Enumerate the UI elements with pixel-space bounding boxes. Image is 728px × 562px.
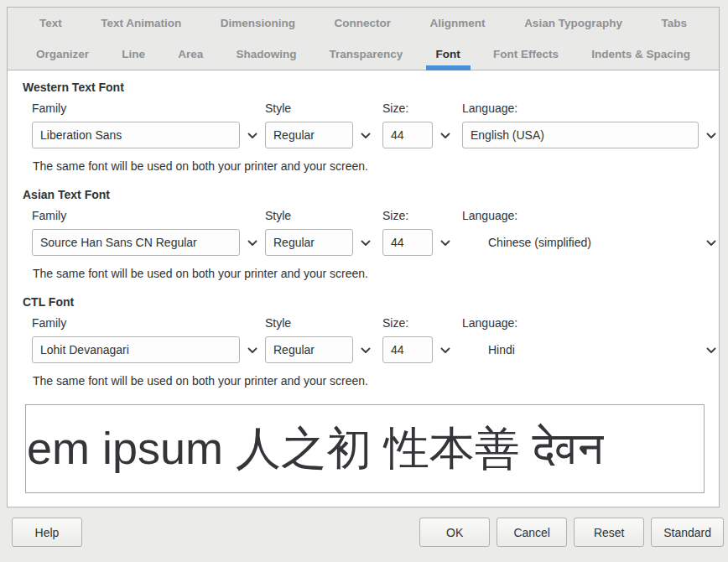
cancel-button[interactable]: Cancel bbox=[497, 518, 567, 547]
tab-shadowing[interactable]: Shadowing bbox=[226, 39, 306, 70]
ctl-style-combo: Regular bbox=[265, 336, 378, 363]
chevron-down-icon bbox=[247, 128, 257, 142]
asian-language-combo: Chinese (simplified) bbox=[462, 229, 724, 256]
family-label: Family bbox=[32, 316, 265, 330]
tab-asian-typography[interactable]: Asian Typography bbox=[514, 8, 632, 39]
asian-font-section: Asian Text Font Family Source Han Sans C… bbox=[8, 188, 719, 280]
section-title: Western Text Font bbox=[23, 81, 719, 94]
ctl-language-group: Language: Hindi bbox=[462, 316, 724, 363]
dialog-button-row: Help OK Cancel Reset Standard bbox=[0, 507, 728, 562]
ctl-family-dropdown-button[interactable] bbox=[240, 336, 265, 363]
ctl-language-combo: Hindi bbox=[462, 336, 724, 363]
western-font-section: Western Text Font Family Liberation Sans… bbox=[8, 81, 719, 173]
western-language-group: Language: English (USA) bbox=[462, 101, 724, 148]
standard-button[interactable]: Standard bbox=[651, 518, 724, 547]
tab-transparency[interactable]: Transparency bbox=[320, 39, 413, 70]
style-label: Style bbox=[265, 209, 378, 222]
printer-screen-note: The same font will be used on both your … bbox=[33, 374, 719, 388]
ctl-style-dropdown-button[interactable] bbox=[353, 336, 378, 363]
asian-size-dropdown-button[interactable] bbox=[433, 229, 458, 256]
western-language-combo: English (USA) bbox=[462, 122, 724, 148]
western-family-dropdown-button[interactable] bbox=[240, 122, 265, 148]
ctl-style-entry[interactable]: Regular bbox=[265, 336, 353, 363]
western-style-dropdown-button[interactable] bbox=[353, 122, 378, 148]
chevron-down-icon bbox=[361, 343, 371, 356]
section-title: Asian Text Font bbox=[23, 188, 719, 201]
ctl-style-group: Style Regular bbox=[265, 316, 378, 363]
ctl-language-entry[interactable]: Hindi bbox=[462, 336, 699, 363]
tab-organizer[interactable]: Organizer bbox=[26, 39, 99, 70]
tab-line[interactable]: Line bbox=[112, 39, 155, 70]
asian-family-combo: Source Han Sans CN Regular bbox=[32, 229, 265, 256]
chevron-down-icon bbox=[440, 236, 450, 249]
tab-indents-spacing[interactable]: Indents & Spacing bbox=[581, 39, 700, 70]
western-style-combo: Regular bbox=[265, 122, 378, 148]
style-label: Style bbox=[265, 316, 378, 330]
western-fields-row: Family Liberation Sans Style Regular bbox=[32, 101, 719, 148]
asian-size-combo: 44 bbox=[382, 229, 458, 256]
chevron-down-icon bbox=[361, 236, 371, 249]
chevron-down-icon bbox=[706, 343, 716, 356]
ctl-family-group: Family Lohit Devanagari bbox=[32, 316, 265, 363]
western-language-dropdown-button[interactable] bbox=[699, 122, 724, 148]
help-button[interactable]: Help bbox=[12, 518, 82, 547]
style-label: Style bbox=[265, 101, 378, 115]
language-label: Language: bbox=[462, 209, 724, 222]
western-family-group: Family Liberation Sans bbox=[32, 101, 265, 148]
asian-style-combo: Regular bbox=[265, 229, 378, 256]
asian-language-group: Language: Chinese (simplified) bbox=[462, 209, 724, 256]
western-size-group: Size: 44 bbox=[382, 101, 458, 148]
western-language-entry[interactable]: English (USA) bbox=[462, 122, 699, 148]
tab-text-animation[interactable]: Text Animation bbox=[91, 8, 191, 39]
tab-alignment[interactable]: Alignment bbox=[420, 8, 496, 39]
printer-screen-note: The same font will be used on both your … bbox=[33, 159, 719, 173]
asian-family-entry[interactable]: Source Han Sans CN Regular bbox=[32, 229, 240, 256]
ctl-size-entry[interactable]: 44 bbox=[382, 336, 433, 363]
tab-connector[interactable]: Connector bbox=[325, 8, 402, 39]
western-family-combo: Liberation Sans bbox=[32, 122, 265, 148]
reset-button[interactable]: Reset bbox=[574, 518, 644, 547]
tab-font[interactable]: Font bbox=[426, 39, 471, 70]
ctl-size-combo: 44 bbox=[382, 336, 458, 363]
ctl-family-entry[interactable]: Lohit Devanagari bbox=[32, 336, 240, 363]
ctl-size-group: Size: 44 bbox=[382, 316, 458, 363]
ok-button[interactable]: OK bbox=[419, 518, 490, 547]
western-family-entry[interactable]: Liberation Sans bbox=[32, 122, 240, 148]
printer-screen-note: The same font will be used on both your … bbox=[33, 267, 719, 280]
asian-size-entry[interactable]: 44 bbox=[382, 229, 433, 256]
tab-text[interactable]: Text bbox=[29, 8, 72, 39]
ctl-language-dropdown-button[interactable] bbox=[699, 336, 724, 363]
tab-area[interactable]: Area bbox=[168, 39, 213, 70]
asian-family-dropdown-button[interactable] bbox=[240, 229, 265, 256]
chevron-down-icon bbox=[440, 343, 450, 356]
tab-row-1: Text Text Animation Dimensioning Connect… bbox=[8, 8, 719, 39]
ctl-font-section: CTL Font Family Lohit Devanagari Style R… bbox=[8, 295, 719, 388]
tab-font-effects[interactable]: Font Effects bbox=[483, 39, 569, 70]
western-style-group: Style Regular bbox=[265, 101, 378, 148]
asian-language-entry[interactable]: Chinese (simplified) bbox=[462, 229, 699, 256]
western-size-dropdown-button[interactable] bbox=[433, 122, 458, 148]
western-style-entry[interactable]: Regular bbox=[265, 122, 353, 148]
western-size-combo: 44 bbox=[382, 122, 458, 148]
size-label: Size: bbox=[382, 209, 458, 222]
family-label: Family bbox=[32, 101, 265, 115]
asian-language-dropdown-button[interactable] bbox=[699, 229, 724, 256]
ctl-family-combo: Lohit Devanagari bbox=[32, 336, 265, 363]
font-preview-text: em ipsum 人之初 性本善 देवन bbox=[26, 419, 603, 480]
chevron-down-icon bbox=[361, 128, 371, 142]
asian-fields-row: Family Source Han Sans CN Regular Style … bbox=[32, 209, 719, 256]
asian-style-dropdown-button[interactable] bbox=[353, 229, 378, 256]
ctl-size-dropdown-button[interactable] bbox=[433, 336, 458, 363]
size-label: Size: bbox=[382, 316, 458, 330]
section-title: CTL Font bbox=[23, 295, 719, 309]
font-tab-content: Western Text Font Family Liberation Sans… bbox=[8, 70, 719, 493]
western-size-entry[interactable]: 44 bbox=[382, 122, 433, 148]
tab-tabs[interactable]: Tabs bbox=[651, 8, 697, 39]
tab-header: Text Text Animation Dimensioning Connect… bbox=[8, 8, 719, 70]
tab-dimensioning[interactable]: Dimensioning bbox=[211, 8, 305, 39]
language-label: Language: bbox=[462, 316, 724, 330]
chevron-down-icon bbox=[247, 236, 257, 249]
family-label: Family bbox=[32, 209, 265, 222]
asian-style-entry[interactable]: Regular bbox=[265, 229, 353, 256]
ctl-fields-row: Family Lohit Devanagari Style Regular bbox=[32, 316, 719, 363]
